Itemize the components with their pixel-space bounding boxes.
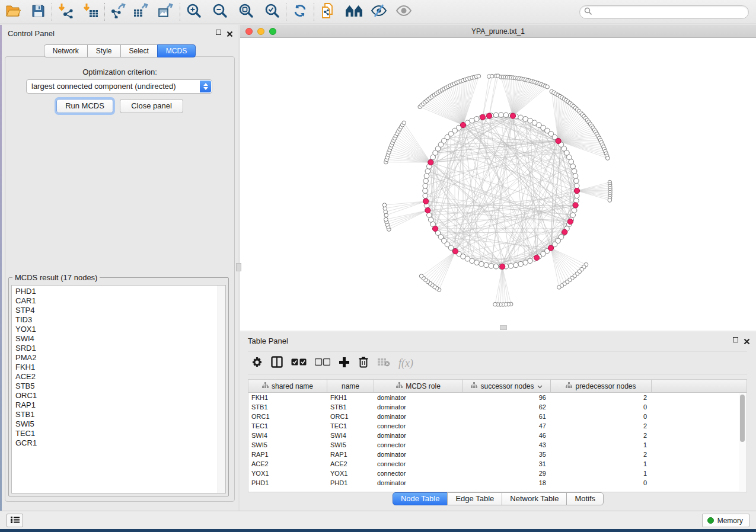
mcds-result-item[interactable]: STB5 [12, 382, 218, 391]
first-neighbors-icon [345, 4, 363, 20]
mcds-result-item[interactable]: SRD1 [12, 344, 218, 353]
mcds-result-item[interactable]: FKH1 [12, 363, 218, 372]
horizontal-splitter-handle[interactable] [500, 325, 507, 330]
column-header-label: name [342, 382, 359, 390]
export-network-button[interactable] [109, 2, 128, 21]
network-title: YPA_prune.txt_1 [240, 27, 756, 36]
table-row[interactable]: RAP1RAP1dominator352 [248, 450, 747, 459]
table-row[interactable]: PHD1PHD1dominator180 [248, 478, 747, 488]
task-history-button[interactable] [7, 514, 23, 527]
table-scrollbar[interactable] [739, 393, 746, 491]
table-row[interactable]: SWI4SWI4dominator462 [248, 431, 747, 440]
criterion-dropdown[interactable]: largest connected component (undirected) [26, 79, 212, 94]
mcds-result-item[interactable]: STB1 [12, 410, 218, 419]
import-table-button[interactable] [81, 2, 100, 21]
mcds-result-item[interactable]: YOX1 [12, 325, 218, 334]
table-cell: dominator [374, 450, 463, 459]
search-input[interactable] [595, 8, 748, 17]
tab-network-table[interactable]: Network Table [502, 492, 567, 505]
tab-select[interactable]: Select [120, 44, 158, 57]
float-panel-icon[interactable] [733, 337, 738, 342]
column-header-name[interactable]: name [327, 380, 374, 393]
mcds-list-scrollbar[interactable] [218, 286, 225, 493]
delete-column-button[interactable] [358, 355, 369, 371]
deselect-all-columns-button[interactable] [315, 355, 330, 371]
clone-network-button[interactable] [318, 2, 337, 21]
column-header-predecessor-nodes[interactable]: predecessor nodes [551, 380, 652, 393]
dropdown-stepper-icon [200, 81, 211, 92]
mcds-result-item[interactable]: ORC1 [12, 391, 218, 400]
table-row[interactable]: SWI5SWI5connector431 [248, 440, 747, 450]
mcds-result-item[interactable]: TEC1 [12, 429, 218, 438]
criterion-dropdown-value: largest connected component (undirected) [31, 82, 176, 91]
control-panel-tabs: NetworkStyleSelectMCDS [2, 44, 238, 57]
mcds-result-item[interactable]: RAP1 [12, 400, 218, 410]
table-cell: 0 [551, 412, 652, 421]
hide-selected-button[interactable] [369, 2, 388, 21]
tab-style[interactable]: Style [87, 44, 121, 57]
mcds-result-item[interactable]: ACE2 [12, 372, 218, 382]
search-field[interactable] [579, 5, 749, 19]
delete-table-icon [377, 357, 390, 369]
column-header-MCDS-role[interactable]: MCDS role [374, 380, 463, 393]
table-cell: 46 [463, 431, 551, 440]
show-columns-button[interactable] [271, 355, 283, 371]
save-session-button[interactable] [28, 2, 47, 21]
create-column-button[interactable] [339, 355, 350, 371]
export-image-icon [158, 3, 174, 21]
vertical-splitter-handle[interactable] [236, 263, 241, 271]
export-table-button[interactable] [132, 2, 151, 21]
open-file-button[interactable] [4, 2, 23, 21]
search-icon [584, 7, 592, 18]
zoom-fit-button[interactable] [237, 2, 256, 21]
mcds-result-item[interactable]: SWI4 [12, 334, 218, 344]
float-panel-icon[interactable] [216, 30, 221, 35]
export-image-button[interactable] [157, 2, 176, 21]
apply-layout-button[interactable] [291, 2, 310, 21]
table-row[interactable]: ORC1ORC1dominator610 [248, 412, 747, 421]
table-row[interactable]: ACE2ACE2connector311 [248, 459, 747, 469]
mcds-result-item[interactable]: TID3 [12, 315, 218, 325]
memory-button[interactable]: Memory [702, 514, 749, 527]
mcds-result-item[interactable]: STP4 [12, 306, 218, 315]
network-titlebar: YPA_prune.txt_1 [240, 25, 756, 38]
tab-node-table[interactable]: Node Table [393, 492, 448, 505]
network-graph[interactable] [240, 38, 756, 331]
mcds-result-item[interactable]: CAR1 [12, 296, 218, 306]
mcds-result-item[interactable]: SWI5 [12, 419, 218, 429]
table-row[interactable]: YOX1YOX1connector291 [248, 469, 747, 478]
first-neighbors-button[interactable] [344, 2, 363, 21]
table-row[interactable]: FKH1FKH1dominator962 [248, 393, 747, 402]
close-panel-button[interactable]: Close panel [120, 99, 183, 113]
memory-status-icon [707, 517, 714, 524]
zoom-selected-button[interactable] [263, 2, 282, 21]
run-mcds-button[interactable]: Run MCDS [56, 99, 113, 113]
table-scrollbar-thumb[interactable] [740, 395, 745, 442]
table-cell: SWI5 [248, 440, 327, 450]
zoom-in-button[interactable] [184, 2, 203, 21]
mcds-result-item[interactable]: GCR1 [12, 438, 218, 448]
import-network-button[interactable] [56, 2, 75, 21]
mcds-result-item[interactable]: PHD1 [12, 287, 218, 296]
mcds-result-item[interactable]: PMA2 [12, 353, 218, 363]
tab-network[interactable]: Network [44, 44, 88, 57]
table-cell: 18 [463, 478, 551, 488]
table-cell: dominator [374, 393, 463, 402]
column-header-successor-nodes[interactable]: successor nodes [463, 380, 551, 393]
network-canvas[interactable] [240, 38, 756, 331]
function-builder-button[interactable]: f(x) [398, 355, 413, 371]
table-row[interactable]: TEC1TEC1connector472 [248, 421, 747, 431]
tab-mcds[interactable]: MCDS [157, 44, 196, 57]
close-panel-icon[interactable] [744, 336, 750, 343]
close-panel-icon[interactable] [227, 29, 233, 36]
column-header-shared-name[interactable]: shared name [248, 380, 327, 393]
tab-edge-table[interactable]: Edge Table [447, 492, 502, 505]
tab-motifs[interactable]: Motifs [566, 492, 604, 505]
zoom-out-button[interactable] [210, 2, 229, 21]
table-cell: SWI4 [248, 431, 327, 440]
table-row[interactable]: STB1STB1dominator620 [248, 402, 747, 412]
select-all-columns-button[interactable] [291, 355, 307, 371]
table-options-button[interactable] [251, 355, 263, 371]
delete-table-button[interactable] [377, 355, 390, 371]
show-all-button[interactable] [394, 2, 413, 21]
